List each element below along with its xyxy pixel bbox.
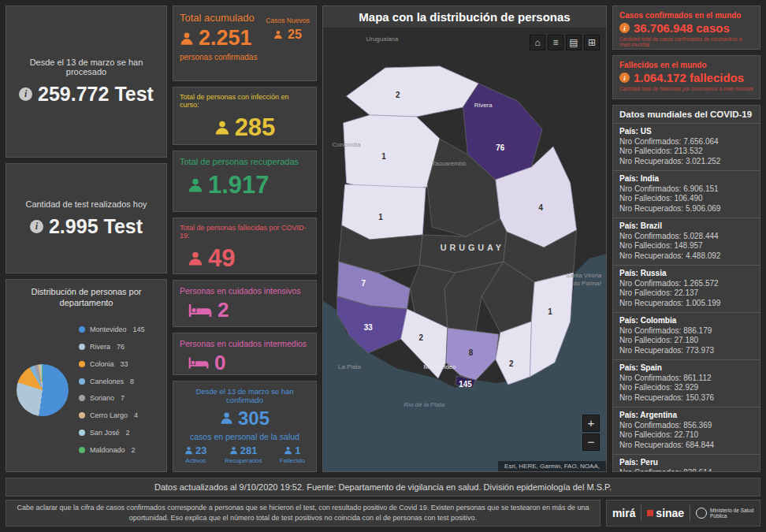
home-button[interactable]: ⌂	[530, 35, 545, 50]
health-staff-breakdown: 23 Activos 281 Recuperados	[180, 445, 310, 466]
map-label-rivera-city: Rivera	[474, 102, 493, 109]
map-canvas[interactable]: 2 1 1 76 4 7 33 2 8 145 2 1 Uruguaiana R…	[323, 28, 606, 471]
map-marker-rocha[interactable]: 1	[548, 307, 552, 316]
person-icon	[188, 251, 203, 266]
covid-dashboard: Desde el 13 de marzo se han procesado i …	[0, 0, 766, 532]
person-icon	[188, 177, 203, 193]
intermediate-care-value: 0	[214, 351, 225, 375]
tests-today-card: Cantidad de test realizados hoy i 2.995 …	[6, 163, 167, 273]
logo-divider	[641, 505, 641, 521]
legend-label: Montevideo	[90, 326, 127, 333]
tests-today-value: 2.995 Test	[49, 215, 143, 238]
country-row: País: Peru Nro Confirmados: 838.614 Nro …	[613, 454, 760, 471]
legend-item: Colonia33	[79, 360, 162, 368]
map-marker-canelones[interactable]: 8	[469, 348, 474, 357]
map-title: Mapa con la distribución de personas	[323, 6, 606, 28]
map-marker-san-jose[interactable]: 2	[419, 333, 424, 342]
legend-value: 7	[121, 394, 125, 402]
map-label-santa-vitoria-1: Santa Vitória	[566, 272, 602, 279]
country-row: País: Colombia Nro Confirmados: 886.179 …	[613, 312, 760, 359]
layers-button[interactable]: ▤	[566, 35, 582, 50]
world-deaths-value: 1.064.172 fallecidos	[634, 71, 744, 84]
department-paysandu[interactable]	[342, 184, 426, 240]
info-icon: i	[619, 73, 630, 83]
legend-item: Cerro Largo4	[79, 411, 162, 419]
world-column: Casos confirmados en el mundo i 36.706.9…	[612, 6, 760, 472]
intensive-care-card: Personas en cuidados intensivos 2	[173, 280, 317, 327]
map-marker-montevideo[interactable]: 145	[459, 380, 472, 389]
new-cases-label: Casos Nuevos	[266, 17, 309, 24]
legend-item: Maldonado2	[79, 446, 162, 454]
person-icon	[214, 120, 230, 136]
country-name: Brazil	[641, 221, 662, 230]
department-salto[interactable]	[344, 115, 440, 194]
countries-header: Datos mundiales del COVID-19	[613, 106, 760, 123]
sinae-mark-icon	[647, 510, 653, 516]
legend-item: Rivera76	[79, 343, 162, 351]
map-marker-cerro-largo[interactable]: 4	[538, 203, 543, 212]
map-label-montevideo-city: Montevideo	[424, 363, 456, 370]
country-name: India	[641, 174, 659, 183]
map-label-santa-vitoria-2: do Palmar	[573, 280, 601, 287]
country-row: País: Brazil Nro Confirmados: 5.028.444 …	[613, 218, 760, 265]
legend-value: 33	[121, 360, 128, 368]
map-marker-paysandu[interactable]: 1	[378, 213, 383, 221]
legend-color-dot	[79, 326, 85, 333]
tests-processed-label: Desde el 13 de marzo se han procesado	[11, 58, 162, 76]
person-icon	[229, 446, 238, 455]
map-marker-maldonado[interactable]: 2	[509, 359, 514, 368]
legend-label: Colonia	[90, 360, 114, 368]
map-controls: ⌂ ≡ ▤ ⊞	[530, 35, 600, 50]
stats-column: Total acumulado 2.251 personas confirmad…	[173, 6, 317, 472]
department-pie-chart[interactable]	[17, 364, 69, 416]
department-distribution-card: Distribución de personas por departament…	[6, 279, 167, 472]
sinae-logo: sinae	[647, 507, 684, 519]
map-marker-salto[interactable]: 1	[381, 152, 386, 161]
country-row: País: Russia Nro Confirmados: 1.265.572 …	[613, 265, 760, 312]
legend-label: San José	[90, 429, 120, 437]
accumulated-value: 2.251	[199, 26, 252, 50]
legend-color-dot	[79, 344, 85, 350]
map-marker-artigas[interactable]: 2	[396, 91, 400, 99]
health-staff-caption: casos en personal de la salud	[180, 432, 310, 441]
map-marker-soriano[interactable]: 7	[362, 279, 366, 288]
legend-color-dot	[79, 361, 85, 367]
legend-value: 76	[117, 343, 125, 351]
mira-logo: mirá	[612, 507, 636, 519]
info-icon: i	[30, 220, 43, 233]
department-artigas[interactable]	[347, 66, 479, 117]
map-label-tacuarembo: Tacuarembó	[432, 160, 467, 167]
staff-active: 23 Activos	[184, 445, 206, 464]
health-staff-card: Desde el 13 de marzo se han confirmado 3…	[173, 381, 317, 472]
map-attribution: Esri, HERE, Garmin, FAO, NOAA,	[498, 461, 606, 471]
map-label-concordia: Concordia	[333, 141, 362, 148]
info-icon: i	[19, 87, 32, 101]
map-label-uruguay: URUGUAY	[441, 243, 504, 252]
country-name: Peru	[641, 458, 658, 467]
world-confirmed-card: Casos confirmados en el mundo i 36.706.9…	[612, 6, 760, 50]
footer: Datos actualizados al 9/10/2020 19:52. F…	[6, 478, 760, 526]
left-column: Desde el 13 de marzo se han procesado i …	[6, 6, 167, 472]
legend-label: Rivera	[90, 343, 110, 351]
map-marker-colonia[interactable]: 33	[364, 323, 373, 332]
country-row: País: Argentina Nro Confirmados: 856.369…	[613, 407, 760, 454]
pie-legend: Montevideo145 Rivera76 Colonia33 Canelon…	[74, 314, 162, 465]
basemap-button[interactable]: ⊞	[584, 35, 600, 50]
legend-label: Cerro Largo	[90, 411, 128, 419]
country-row: País: India Nro Confirmados: 6.906.151 N…	[613, 170, 760, 218]
tests-processed-card: Desde el 13 de marzo se han procesado i …	[6, 6, 167, 158]
active-cases-title: Total de personas con infección en curso…	[180, 93, 310, 109]
countries-list[interactable]: País: US Nro Confirmados: 7.656.064 Nro …	[613, 123, 760, 471]
country-name: Argentina	[640, 411, 677, 419]
country-row: País: Spain Nro Confirmados: 861.112 Nro…	[613, 359, 760, 407]
legend-button[interactable]: ≡	[548, 35, 563, 50]
country-row: País: US Nro Confirmados: 7.656.064 Nro …	[613, 123, 760, 170]
legend-color-dot	[79, 395, 85, 401]
zoom-in-button[interactable]: +	[582, 415, 600, 432]
zoom-out-button[interactable]: −	[582, 433, 600, 451]
accumulated-title: Total acumulado	[180, 12, 266, 24]
map-marker-rivera[interactable]: 76	[496, 143, 504, 152]
staff-recovered: 281 Recuperados	[225, 445, 262, 464]
person-icon	[284, 446, 292, 455]
map-label-uruguaiana: Uruguaiana	[366, 35, 399, 43]
